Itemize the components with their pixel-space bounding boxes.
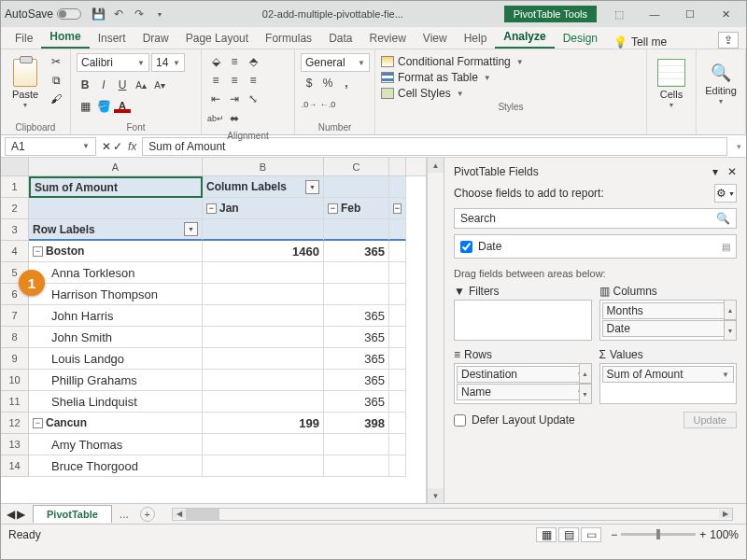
cell-a4[interactable]: −Boston <box>29 241 203 262</box>
collapse-icon[interactable]: − <box>206 203 217 214</box>
cell-a8[interactable]: John Smith <box>29 327 203 348</box>
cell-c3[interactable] <box>324 219 389 241</box>
cell[interactable] <box>389 176 406 198</box>
cell[interactable] <box>389 241 406 262</box>
accounting-button[interactable]: $ <box>301 75 317 91</box>
fill-color-button[interactable]: 🪣 <box>95 98 112 115</box>
tab-formulas[interactable]: Formulas <box>257 28 320 49</box>
row-header[interactable]: 8 <box>1 327 29 348</box>
font-name-combo[interactable]: Calibri▼ <box>77 53 149 72</box>
cell[interactable] <box>389 391 406 413</box>
cell-c14[interactable] <box>324 455 389 477</box>
tab-view[interactable]: View <box>415 28 456 49</box>
tab-analyze[interactable]: Analyze <box>495 26 554 49</box>
cell[interactable] <box>389 434 406 455</box>
collapse-icon[interactable]: − <box>33 418 43 428</box>
cell-c7[interactable]: 365 <box>324 305 389 327</box>
update-button[interactable]: Update <box>684 412 737 428</box>
cell[interactable] <box>389 284 406 305</box>
conditional-formatting-button[interactable]: Conditional Formatting▼ <box>381 55 641 68</box>
tab-file[interactable]: File <box>7 28 41 49</box>
values-dropzone[interactable]: Sum of Amount▼ <box>599 363 738 404</box>
underline-button[interactable]: U <box>114 77 131 93</box>
defer-checkbox[interactable] <box>454 414 466 427</box>
enter-icon[interactable]: ✓ <box>113 140 122 153</box>
row-header[interactable]: 4 <box>1 241 29 262</box>
cells-menu-button[interactable]: Cells▼ <box>653 53 690 113</box>
wrap-text-button[interactable]: ab↵ <box>207 110 224 127</box>
row-header[interactable]: 14 <box>1 455 29 477</box>
zoom-control[interactable]: − + 100% <box>611 528 739 541</box>
row-header[interactable]: 10 <box>1 370 29 391</box>
collapse-icon[interactable]: − <box>33 246 43 257</box>
undo-icon[interactable]: ↶ <box>111 7 126 21</box>
column-field-months[interactable]: Months▼ <box>602 302 735 319</box>
tab-home[interactable]: Home <box>41 26 89 49</box>
field-search-input[interactable]: Search 🔍 <box>454 208 737 229</box>
align-top-button[interactable]: ⬙ <box>207 53 224 70</box>
cell-b10[interactable] <box>203 370 324 391</box>
cell-b8[interactable] <box>203 327 324 348</box>
format-painter-button[interactable]: 🖌 <box>48 91 64 107</box>
row-header[interactable]: 13 <box>1 434 29 455</box>
name-box[interactable]: A1▼ <box>5 137 96 156</box>
cell-a5[interactable]: Anna Torkleson <box>29 262 203 284</box>
cell-a1[interactable]: Sum of Amount <box>29 176 203 198</box>
cell[interactable] <box>389 370 406 391</box>
cell[interactable]: − <box>389 198 406 219</box>
tab-help[interactable]: Help <box>456 28 496 49</box>
cell[interactable] <box>389 327 406 348</box>
row-field-destination[interactable]: Destination▼ <box>457 366 589 383</box>
cell-c6[interactable] <box>324 284 389 305</box>
row-header[interactable]: 7 <box>1 305 29 327</box>
tab-review[interactable]: Review <box>360 28 414 49</box>
field-pane-settings-button[interactable]: ⚙▼ <box>714 184 737 203</box>
orientation-button[interactable]: ⤡ <box>245 91 261 107</box>
expand-formula-bar[interactable]: ▾ <box>731 142 746 151</box>
page-layout-view-button[interactable]: ▤ <box>558 527 579 542</box>
cell-c1[interactable] <box>324 176 389 198</box>
cell-b4[interactable]: 1460 <box>203 241 324 262</box>
cell-c8[interactable]: 365 <box>324 327 389 348</box>
align-left-button[interactable]: ≡ <box>207 72 224 89</box>
vertical-scrollbar[interactable]: ▲ ▼ <box>427 158 444 503</box>
row-header[interactable]: 3 <box>1 219 29 241</box>
cell-b6[interactable] <box>203 284 324 305</box>
copy-button[interactable]: ⧉ <box>48 72 64 89</box>
cell-a13[interactable]: Amy Thomas <box>29 434 203 455</box>
format-as-table-button[interactable]: Format as Table▼ <box>381 71 641 84</box>
paste-button[interactable]: Paste ▼ <box>7 53 44 113</box>
cell[interactable] <box>389 455 406 477</box>
row-header[interactable]: 12 <box>1 413 29 434</box>
cell-a9[interactable]: Louis Landgo <box>29 348 203 370</box>
spin-up-icon[interactable]: ▲ <box>724 300 737 320</box>
row-header[interactable]: 1 <box>1 176 29 198</box>
row-field-name[interactable]: Name▼ <box>457 384 589 400</box>
decrease-decimal-button[interactable]: ←.0 <box>319 96 336 113</box>
cell-a3[interactable]: Row Labels▼ <box>29 219 203 241</box>
cell-b5[interactable] <box>203 262 324 284</box>
sheet-tabs-more[interactable]: ... <box>112 508 136 521</box>
cell-a10[interactable]: Phillip Grahams <box>29 370 203 391</box>
align-bottom-button[interactable]: ⬘ <box>245 53 261 70</box>
redo-icon[interactable]: ↷ <box>132 7 147 21</box>
tab-page-layout[interactable]: Page Layout <box>177 28 257 49</box>
cell-b9[interactable] <box>203 348 324 370</box>
cell-b14[interactable] <box>203 455 324 477</box>
close-icon[interactable]: ✕ <box>727 165 737 178</box>
column-field-date[interactable]: Date▼ <box>602 320 735 337</box>
field-checkbox[interactable] <box>460 241 472 253</box>
bold-button[interactable]: B <box>77 77 93 93</box>
zoom-out-button[interactable]: − <box>611 528 617 541</box>
tab-design[interactable]: Design <box>555 28 606 49</box>
italic-button[interactable]: I <box>95 77 112 93</box>
cell[interactable] <box>389 413 406 434</box>
share-button[interactable]: ⇪ <box>718 32 739 49</box>
cell-c4[interactable]: 365 <box>324 241 389 262</box>
column-header-a[interactable]: A <box>29 158 203 175</box>
shrink-font-button[interactable]: A▾ <box>151 77 168 93</box>
autosave-switch[interactable] <box>57 8 81 20</box>
cell-c5[interactable] <box>324 262 389 284</box>
column-header-b[interactable]: B <box>203 158 324 175</box>
cell-b2[interactable]: −Jan <box>203 198 324 219</box>
